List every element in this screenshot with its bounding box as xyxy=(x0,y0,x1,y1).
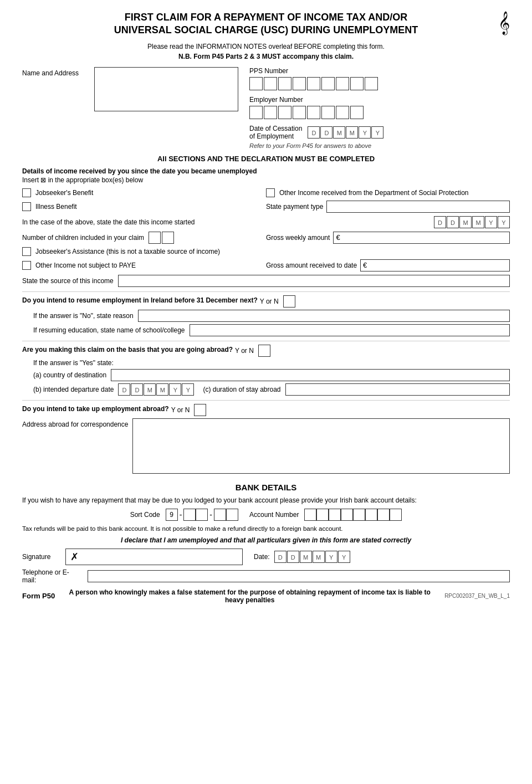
sig-d2[interactable]: D xyxy=(287,551,299,563)
dep-m1[interactable]: M xyxy=(144,383,156,396)
pps-box-3[interactable] xyxy=(278,77,291,90)
emp-box-4[interactable] xyxy=(293,106,306,119)
jobseekers-benefit-checkbox[interactable] xyxy=(22,188,31,197)
gross-weekly-input[interactable] xyxy=(342,232,509,243)
subtitle2: N.B. Form P45 Parts 2 & 3 MUST accompany… xyxy=(22,53,510,60)
acc-box-6[interactable] xyxy=(365,509,377,521)
acc-box-8[interactable] xyxy=(390,509,402,521)
other-income-dept-label: Other Income received from the Departmen… xyxy=(279,189,469,197)
subtitle1: Please read the INFORMATION NOTES overle… xyxy=(22,43,510,50)
acc-box-4[interactable] xyxy=(341,509,353,521)
emp-box-7[interactable] xyxy=(336,106,349,119)
acc-box-2[interactable] xyxy=(316,509,329,521)
name-address-label: Name and Address xyxy=(22,67,94,77)
sort-box-2[interactable] xyxy=(196,509,208,521)
sig-m2[interactable]: M xyxy=(313,551,325,563)
going-abroad-q: Are you making this claim on the basis t… xyxy=(22,346,233,353)
other-income-paye-label: Other Income not subject to PAYE xyxy=(35,262,136,269)
sort-code-label: Sort Code xyxy=(130,511,160,519)
acc-box-3[interactable] xyxy=(329,509,341,521)
income-y2[interactable]: Y xyxy=(498,216,510,228)
income-d2[interactable]: D xyxy=(447,216,459,228)
sort-box-3[interactable] xyxy=(214,509,226,521)
resuming-education-input[interactable] xyxy=(190,324,510,336)
going-abroad-yn-label: Y or N xyxy=(235,347,254,355)
name-address-box[interactable] xyxy=(94,67,238,111)
cessation-y2[interactable]: Y xyxy=(371,126,383,139)
other-income-dept-checkbox[interactable] xyxy=(266,188,275,197)
pps-box-9[interactable] xyxy=(365,77,378,90)
cessation-y1[interactable]: Y xyxy=(359,126,371,139)
cessation-d2[interactable]: D xyxy=(320,126,332,139)
sig-y2[interactable]: Y xyxy=(338,551,350,563)
dep-m2[interactable]: M xyxy=(156,383,168,396)
dep-y2[interactable]: Y xyxy=(182,383,194,396)
income-started-date: D D M M Y Y xyxy=(434,216,510,228)
emp-box-3[interactable] xyxy=(278,106,291,119)
resume-yn-label: Y or N xyxy=(260,298,279,305)
going-abroad-yn-box[interactable] xyxy=(258,345,270,357)
acc-box-1[interactable] xyxy=(304,509,316,521)
form-title: FIRST CLAIM FOR A REPAYMENT OF INCOME TA… xyxy=(22,11,510,37)
illness-benefit-checkbox[interactable] xyxy=(22,202,31,211)
sort-dash-2: - xyxy=(209,510,212,519)
dep-y1[interactable]: Y xyxy=(169,383,181,396)
employment-abroad-q: Do you intend to take up employment abro… xyxy=(22,405,169,413)
country-input[interactable] xyxy=(111,369,510,381)
sort-code-prefill[interactable]: 9 xyxy=(166,509,178,521)
sig-y1[interactable]: Y xyxy=(325,551,337,563)
sort-box-4[interactable] xyxy=(226,509,238,521)
pps-box-1[interactable] xyxy=(249,77,263,90)
employment-abroad-yn-box[interactable] xyxy=(194,404,206,416)
departure-date-boxes: D D M M Y Y xyxy=(118,383,194,396)
children-box-2[interactable] xyxy=(162,232,174,244)
cessation-m1[interactable]: M xyxy=(333,126,345,139)
pps-box-8[interactable] xyxy=(350,77,364,90)
state-payment-type-label: State payment type xyxy=(266,203,323,211)
emp-box-6[interactable] xyxy=(321,106,335,119)
jobseekers-assistance-checkbox[interactable] xyxy=(22,247,31,256)
state-payment-type-input[interactable] xyxy=(326,201,510,213)
state-source-input[interactable] xyxy=(118,275,510,287)
no-reason-input[interactable] xyxy=(138,310,510,322)
jobseekers-assistance-label: Jobseeker's Assistance (this is not a ta… xyxy=(35,248,220,255)
duration-input[interactable] xyxy=(285,383,510,396)
dep-d2[interactable]: D xyxy=(131,383,143,396)
no-reason-label: If the answer is "No", state reason xyxy=(33,312,134,320)
signature-box[interactable]: ✗ xyxy=(65,549,243,565)
acc-box-5[interactable] xyxy=(353,509,365,521)
pps-box-7[interactable] xyxy=(336,77,349,90)
address-abroad-input[interactable] xyxy=(132,418,510,474)
refund-text: Tax refunds will be paid to this bank ac… xyxy=(22,525,510,532)
cessation-m2[interactable]: M xyxy=(346,126,358,139)
pps-box-4[interactable] xyxy=(293,77,306,90)
sort-box-1[interactable] xyxy=(183,509,196,521)
telephone-input[interactable] xyxy=(88,570,510,582)
illness-benefit-label: Illness Benefit xyxy=(35,203,77,211)
emp-box-5[interactable] xyxy=(307,106,320,119)
sig-d1[interactable]: D xyxy=(274,551,287,563)
other-income-paye-checkbox[interactable] xyxy=(22,261,31,270)
children-box-1[interactable] xyxy=(149,232,161,244)
resume-employment-yn-box[interactable] xyxy=(283,295,295,308)
income-m1[interactable]: M xyxy=(459,216,472,228)
emp-box-8[interactable] xyxy=(350,106,364,119)
divider-1 xyxy=(22,291,510,292)
emp-box-1[interactable] xyxy=(249,106,263,119)
emp-box-2[interactable] xyxy=(264,106,277,119)
income-d1[interactable]: D xyxy=(434,216,446,228)
income-y1[interactable]: Y xyxy=(485,216,497,228)
gross-amount-input[interactable] xyxy=(369,260,509,271)
telephone-label: Telephone or E-mail: xyxy=(22,568,83,584)
children-label: Number of children included in your clai… xyxy=(22,234,144,242)
declare-text: I declare that I am unemployed and that … xyxy=(22,536,510,544)
if-yes-state-label: If the answer is "Yes" state: xyxy=(33,359,114,367)
dep-d1[interactable]: D xyxy=(118,383,130,396)
income-m2[interactable]: M xyxy=(472,216,484,228)
sig-m1[interactable]: M xyxy=(300,551,312,563)
pps-box-5[interactable] xyxy=(307,77,320,90)
acc-box-7[interactable] xyxy=(377,509,390,521)
pps-box-6[interactable] xyxy=(321,77,335,90)
cessation-d1[interactable]: D xyxy=(308,126,320,139)
pps-box-2[interactable] xyxy=(264,77,277,90)
